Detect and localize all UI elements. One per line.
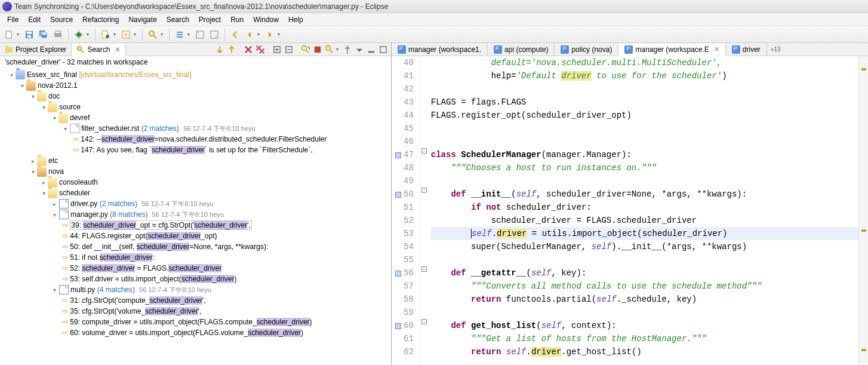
tree-match[interactable]: ⇨ 142: --scheduler_driver=nova.scheduler… bbox=[0, 134, 391, 145]
debug-dropdown[interactable]: ▾ bbox=[87, 32, 91, 37]
python-file-icon bbox=[494, 45, 502, 54]
annotation2-button[interactable] bbox=[208, 28, 221, 41]
editor-tab-api[interactable]: api (compute) bbox=[488, 43, 555, 56]
tree-match[interactable]: ⇨ 44: FLAGS.register_opt(scheduler_drive… bbox=[0, 231, 391, 241]
search-dropdown[interactable]: ▾ bbox=[161, 32, 165, 37]
tree-match[interactable]: ⇨ 60: volume_driver = utils.import_objec… bbox=[0, 327, 391, 338]
menu-search[interactable]: Search bbox=[162, 14, 194, 25]
fold-toggle[interactable]: − bbox=[421, 188, 427, 193]
remove-match-button[interactable] bbox=[243, 44, 254, 55]
svg-point-17 bbox=[149, 31, 154, 36]
menu-run[interactable]: Run bbox=[226, 14, 248, 25]
tree-match[interactable]: ⇨ 39: scheduler_driver_opt = cfg.StrOpt(… bbox=[0, 220, 391, 231]
svg-line-18 bbox=[153, 35, 156, 38]
history-dropdown[interactable]: ▾ bbox=[336, 47, 341, 52]
tree-match[interactable]: ⇨ 31: cfg.StrOpt('compute_scheduler_driv… bbox=[0, 295, 391, 306]
back-button[interactable] bbox=[243, 28, 256, 41]
editor-tab-manager-active[interactable]: manager (workspace.E✕ bbox=[618, 44, 725, 56]
tree-match[interactable]: ⇨ 53: self.driver = utils.import_object(… bbox=[0, 274, 391, 284]
tree-folder-source[interactable]: ▾source bbox=[0, 102, 391, 112]
menu-edit[interactable]: Edit bbox=[23, 14, 45, 25]
annotation-button[interactable] bbox=[193, 28, 207, 41]
tree-file-driver[interactable]: ▸driver.py (2 matches) 56 12-7-4 下午8:10 … bbox=[0, 198, 391, 209]
fold-column[interactable]: − − − − bbox=[420, 56, 429, 365]
fold-toggle[interactable]: − bbox=[421, 266, 427, 272]
tree-folder-consoleauth[interactable]: ▸consoleauth bbox=[0, 177, 391, 188]
editor-tab-policy[interactable]: policy (nova) bbox=[555, 43, 618, 56]
folder-icon bbox=[48, 189, 57, 198]
new-package-dropdown[interactable]: ▾ bbox=[134, 32, 138, 37]
tree-file-multi[interactable]: ▾multi.py (4 matches) 56 12-7-4 下午8:10 h… bbox=[0, 284, 391, 295]
menu-file[interactable]: File bbox=[2, 14, 23, 25]
tree-file-manager[interactable]: ▾manager.py (8 matches) 56 12-7-4 下午8:10… bbox=[0, 209, 391, 220]
svg-rect-26 bbox=[5, 47, 13, 53]
svg-point-15 bbox=[106, 35, 109, 38]
tree-match[interactable]: ⇨ 52: scheduler_driver = FLAGS.scheduler… bbox=[0, 263, 391, 274]
fold-toggle[interactable]: − bbox=[421, 148, 427, 154]
tab-project-explorer[interactable]: Project Explorer bbox=[0, 43, 72, 56]
search-tab-close[interactable]: ✕ bbox=[115, 45, 121, 54]
menu-project[interactable]: Project bbox=[194, 14, 226, 25]
save-all-button[interactable] bbox=[37, 28, 50, 41]
tree-folder-nova[interactable]: ▾nova bbox=[0, 166, 391, 177]
editor-tabs-overflow[interactable]: »13 bbox=[767, 45, 784, 54]
menu-window[interactable]: Window bbox=[248, 14, 284, 25]
forward-dropdown[interactable]: ▾ bbox=[278, 32, 282, 37]
open-type-button[interactable] bbox=[99, 28, 112, 41]
svg-line-33 bbox=[306, 50, 309, 53]
save-button[interactable] bbox=[23, 28, 36, 41]
menu-navigate[interactable]: Navigate bbox=[124, 14, 161, 25]
cancel-search-button[interactable] bbox=[312, 44, 323, 55]
fold-toggle[interactable]: − bbox=[421, 319, 427, 324]
svg-rect-2 bbox=[27, 32, 32, 34]
tree-folder-devref[interactable]: ▾devref bbox=[0, 112, 391, 123]
run-search-again-button[interactable] bbox=[300, 44, 311, 55]
new-dropdown[interactable]: ▾ bbox=[17, 32, 21, 37]
editor-tab-driver[interactable]: driver bbox=[726, 43, 767, 56]
tree-match[interactable]: ⇨ 59: compute_driver = utils.import_obje… bbox=[0, 317, 391, 327]
forward-button[interactable] bbox=[263, 28, 276, 41]
open-type-dropdown[interactable]: ▾ bbox=[113, 32, 118, 37]
overview-ruler[interactable] bbox=[858, 56, 868, 365]
new-package-button[interactable] bbox=[119, 28, 133, 41]
tree-match[interactable]: ⇨ 35: cfg.StrOpt('volume_scheduler_drive… bbox=[0, 306, 391, 317]
code-editor[interactable]: 404142 434445 464748 495051 525354 55565… bbox=[392, 56, 868, 365]
maximize-button[interactable] bbox=[378, 44, 389, 55]
print-button[interactable] bbox=[51, 28, 64, 41]
code-content[interactable]: default='nova.scheduler.multi.MultiSched… bbox=[429, 56, 858, 365]
new-button[interactable] bbox=[2, 28, 16, 41]
expand-all-button[interactable] bbox=[272, 44, 282, 55]
prev-match-button[interactable] bbox=[226, 44, 237, 55]
toggle-mark-dropdown[interactable]: ▾ bbox=[187, 32, 192, 37]
next-match-button[interactable] bbox=[214, 44, 225, 55]
search-button[interactable] bbox=[146, 28, 159, 41]
debug-button[interactable] bbox=[72, 28, 85, 41]
collapse-all-button[interactable] bbox=[284, 44, 294, 55]
tree-match[interactable]: ⇨ 147: As you see, flag `scheduler_drive… bbox=[0, 145, 391, 155]
prev-edit-button[interactable] bbox=[229, 28, 242, 41]
tree-folder-nova2012[interactable]: ▾nova-2012.1 bbox=[0, 80, 391, 91]
menu-source[interactable]: Source bbox=[45, 14, 78, 25]
pin-button[interactable] bbox=[342, 44, 353, 55]
tree-match[interactable]: ⇨ 51: if not scheduler_driver: bbox=[0, 252, 391, 263]
editor-tab-manager1[interactable]: manager (workspace1. bbox=[392, 43, 488, 56]
tree-project[interactable]: ▾Essex_src_final [jdvirtual/branches/Ess… bbox=[0, 69, 391, 80]
toggle-mark-button[interactable] bbox=[173, 28, 186, 41]
view-menu-button[interactable] bbox=[354, 44, 365, 55]
back-dropdown[interactable]: ▾ bbox=[257, 32, 262, 37]
tree-folder-scheduler[interactable]: ▾scheduler bbox=[0, 188, 391, 198]
tree-file-filter-scheduler[interactable]: ▾filter_scheduler.rst (2 matches) 56 12-… bbox=[0, 123, 391, 134]
match-arrow-icon: ⇨ bbox=[62, 232, 68, 240]
tree-folder-etc[interactable]: ▸etc bbox=[0, 155, 391, 166]
search-results-tree[interactable]: ▾Essex_src_final [jdvirtual/branches/Ess… bbox=[0, 68, 391, 365]
close-tab-icon[interactable]: ✕ bbox=[714, 45, 719, 53]
history-button[interactable] bbox=[324, 44, 335, 55]
tab-search[interactable]: Search ✕ bbox=[72, 44, 126, 56]
menu-refactoring[interactable]: Refactoring bbox=[78, 14, 124, 25]
menu-help[interactable]: Help bbox=[284, 14, 308, 25]
tree-match[interactable]: ⇨ 50: def __init__(self, scheduler_drive… bbox=[0, 241, 391, 252]
minimize-button[interactable] bbox=[366, 44, 377, 55]
tree-folder-doc[interactable]: ▾doc bbox=[0, 91, 391, 102]
remove-all-button[interactable] bbox=[255, 44, 266, 55]
file-icon bbox=[70, 124, 79, 133]
